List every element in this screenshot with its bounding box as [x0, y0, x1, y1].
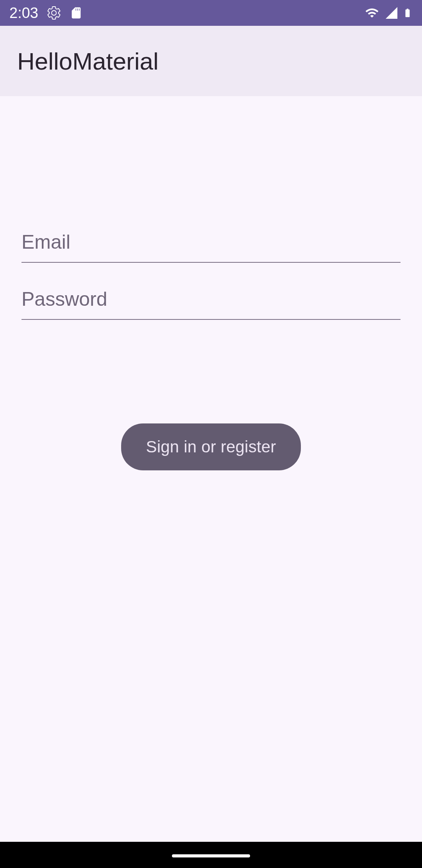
battery-icon	[402, 5, 413, 21]
email-field[interactable]	[21, 225, 401, 263]
status-left: 2:03	[9, 5, 83, 22]
button-container: Sign in or register	[21, 423, 401, 470]
spacer	[21, 263, 401, 282]
signin-button[interactable]: Sign in or register	[121, 423, 301, 470]
wifi-icon	[363, 6, 381, 20]
app-bar: HelloMaterial	[0, 26, 422, 96]
status-bar: 2:03	[0, 0, 422, 26]
status-right	[363, 5, 413, 21]
password-field[interactable]	[21, 282, 401, 320]
content-area: Sign in or register	[0, 96, 422, 842]
gesture-handle[interactable]	[172, 854, 250, 857]
sd-card-icon	[70, 5, 83, 21]
spacer	[21, 96, 401, 225]
status-time: 2:03	[9, 5, 38, 22]
signal-icon	[384, 6, 399, 20]
gear-icon	[46, 5, 62, 21]
app-title: HelloMaterial	[17, 47, 159, 75]
navigation-bar[interactable]	[0, 842, 422, 868]
